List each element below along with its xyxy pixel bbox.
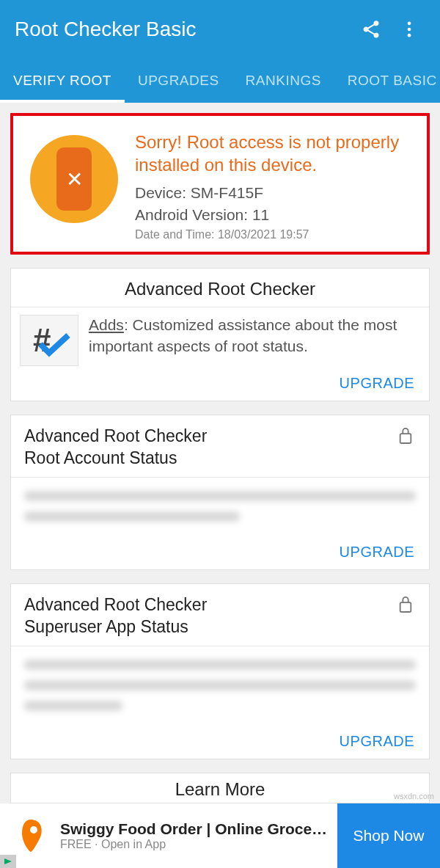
upgrade-button[interactable]: UPGRADE bbox=[11, 729, 429, 759]
svg-rect-5 bbox=[400, 602, 411, 612]
datetime-label: Date and Time: 18/03/2021 19:57 bbox=[135, 228, 412, 241]
learn-more-label: Learn More bbox=[175, 773, 265, 800]
root-account-card: Advanced Root Checker Root Account Statu… bbox=[10, 415, 430, 570]
android-version-label: Android Version: 11 bbox=[135, 204, 412, 225]
tab-rankings[interactable]: RANKINGS bbox=[232, 59, 334, 103]
device-label: Device: SM-F415F bbox=[135, 182, 412, 203]
root-account-blurred bbox=[11, 478, 429, 539]
tab-upgrades[interactable]: UPGRADES bbox=[125, 59, 232, 103]
ad-shop-now-button[interactable]: Shop Now bbox=[337, 803, 440, 868]
ad-banner[interactable]: Swiggy Food Order | Online Grocery … FRE… bbox=[0, 803, 440, 868]
superuser-card: Advanced Root Checker Superuser App Stat… bbox=[10, 583, 430, 759]
tab-root-basics[interactable]: ROOT BASIC bbox=[334, 59, 440, 103]
tab-verify-root[interactable]: VERIFY ROOT bbox=[0, 59, 125, 103]
svg-point-6 bbox=[30, 826, 37, 834]
app-title: Root Checker Basic bbox=[15, 18, 349, 41]
root-account-title: Advanced Root Checker Root Account Statu… bbox=[24, 426, 395, 470]
content-area: ✕ Sorry! Root access is not properly ins… bbox=[0, 103, 440, 814]
share-icon[interactable] bbox=[355, 13, 387, 45]
learn-more-card[interactable]: Learn More bbox=[10, 773, 430, 803]
hash-check-icon: # bbox=[20, 315, 78, 366]
svg-point-1 bbox=[408, 28, 411, 32]
ad-subtitle: FREE · Open in App bbox=[60, 838, 330, 851]
status-message: Sorry! Root access is not properly insta… bbox=[135, 131, 412, 176]
watermark: wsxdn.com bbox=[394, 792, 434, 800]
superuser-title: Advanced Root Checker Superuser App Stat… bbox=[24, 594, 395, 638]
superuser-blurred bbox=[11, 646, 429, 729]
root-account-header: Advanced Root Checker Root Account Statu… bbox=[11, 415, 429, 478]
lock-icon bbox=[395, 594, 416, 638]
upgrade-button[interactable]: UPGRADE bbox=[11, 539, 429, 569]
ad-title: Swiggy Food Order | Online Grocery … bbox=[60, 820, 330, 838]
status-icon-wrap: ✕ bbox=[26, 131, 122, 241]
upgrade-button[interactable]: UPGRADE bbox=[11, 371, 429, 401]
advanced-checker-desc: Adds: Customized assistance about the mo… bbox=[89, 315, 416, 366]
superuser-header: Advanced Root Checker Superuser App Stat… bbox=[11, 584, 429, 646]
root-status-card: ✕ Sorry! Root access is not properly ins… bbox=[10, 113, 430, 255]
advanced-checker-card: Advanced Root Checker # Adds: Customized… bbox=[10, 268, 430, 401]
ad-text: Swiggy Food Order | Online Grocery … FRE… bbox=[53, 820, 337, 851]
app-bar: Root Checker Basic bbox=[0, 0, 440, 59]
svg-point-0 bbox=[408, 22, 411, 26]
more-icon[interactable] bbox=[393, 13, 425, 45]
svg-rect-4 bbox=[400, 434, 411, 443]
tab-bar: VERIFY ROOT UPGRADES RANKINGS ROOT BASIC bbox=[0, 59, 440, 103]
lock-icon bbox=[395, 426, 416, 470]
status-text: Sorry! Root access is not properly insta… bbox=[135, 131, 412, 241]
ad-badge-icon[interactable] bbox=[0, 855, 16, 868]
status-circle-icon: ✕ bbox=[30, 135, 118, 223]
ad-logo-icon bbox=[9, 814, 53, 858]
advanced-checker-title: Advanced Root Checker bbox=[11, 269, 429, 307]
advanced-checker-body: # Adds: Customized assistance about the … bbox=[11, 307, 429, 371]
x-icon: ✕ bbox=[66, 167, 83, 192]
svg-point-2 bbox=[408, 34, 411, 37]
phone-icon: ✕ bbox=[56, 147, 92, 211]
